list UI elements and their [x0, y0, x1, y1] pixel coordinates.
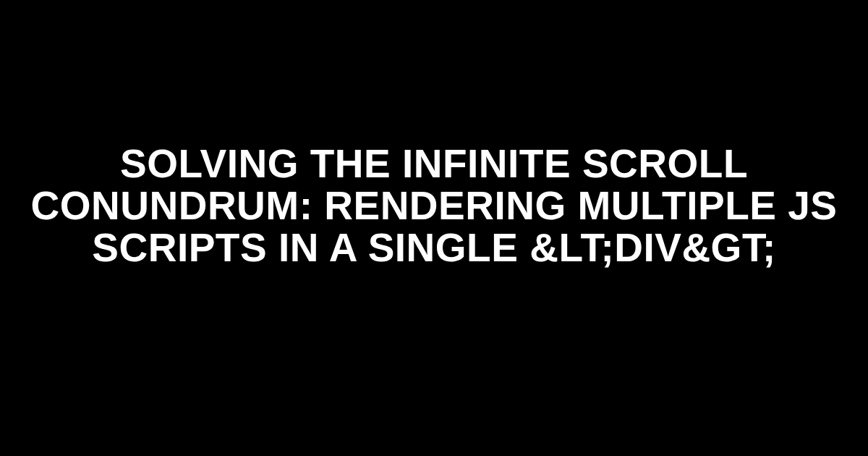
- title-container: SOLVING THE INFINITE SCROLL CONUNDRUM: R…: [0, 143, 868, 269]
- page-title: SOLVING THE INFINITE SCROLL CONUNDRUM: R…: [29, 143, 839, 269]
